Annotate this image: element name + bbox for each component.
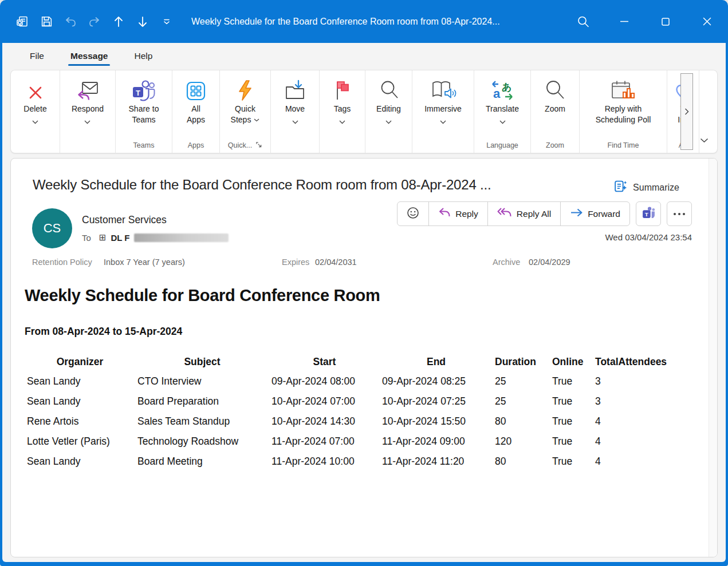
archive-label: Archive: [493, 258, 520, 267]
book-speaker-icon: [430, 78, 457, 104]
translate-button[interactable]: aあ Translate: [481, 76, 524, 129]
teams-icon: T: [132, 78, 156, 104]
table-row: Sean LandyBoard Meeting11-Apr-2024 10:00…: [25, 452, 690, 472]
minimize-button[interactable]: [611, 9, 638, 35]
move-down-button[interactable]: [131, 10, 155, 34]
move-button[interactable]: Move: [280, 76, 310, 129]
lightning-bolt-icon: [236, 78, 254, 104]
archive-value: 02/04/2029: [529, 258, 570, 267]
expires-value: 02/04/2031: [315, 258, 357, 267]
body-title: Weekly Schedule for Board Conference Roo…: [25, 286, 717, 305]
table-cell: Sean Landy: [25, 371, 135, 391]
table-cell: True: [550, 391, 593, 411]
table-cell: Sean Landy: [25, 391, 135, 411]
table-header-row: Organizer Subject Start End Duration Onl…: [25, 353, 690, 371]
reply-all-arrow-icon: [497, 207, 512, 220]
column-header-start: Start: [269, 353, 380, 371]
table-cell: Sales Team Standup: [135, 411, 269, 432]
message-actions: Reply Reply All Forward T: [397, 201, 692, 226]
save-button[interactable]: [34, 10, 58, 34]
ribbon-group-find-time: Reply with Scheduling Poll Find Time: [580, 70, 667, 153]
sender-avatar[interactable]: CS: [32, 208, 72, 248]
table-cell: True: [550, 371, 593, 391]
chevron-down-icon: [385, 116, 392, 126]
all-apps-button[interactable]: All Apps: [181, 76, 211, 128]
table-row: Sean LandyCTO Interview09-Apr-2024 08:00…: [25, 371, 690, 391]
group-label-find-time: Find Time: [580, 140, 667, 153]
ribbon-group-immersive: Immersive: [412, 70, 474, 153]
respond-button[interactable]: Respond: [67, 76, 108, 129]
retention-policy-value: Inbox 7 Year (7 years): [104, 258, 185, 267]
table-cell: 3: [593, 371, 690, 391]
svg-text:T: T: [644, 211, 648, 217]
ribbon-collapse-button[interactable]: [696, 134, 711, 146]
table-cell: 4: [593, 411, 690, 432]
chevron-down-icon: [440, 116, 446, 126]
table-cell: 4: [593, 432, 690, 452]
svg-text:T: T: [136, 89, 140, 97]
body-subtitle: From 08-Apr-2024 to 15-Apr-2024: [25, 326, 717, 338]
share-to-teams-header-button[interactable]: T: [636, 201, 661, 226]
search-button[interactable]: [570, 9, 596, 35]
smiley-icon: [407, 207, 419, 221]
forward-button[interactable]: Forward: [561, 202, 629, 225]
apps-grid-icon: [186, 78, 206, 104]
schedule-table: Organizer Subject Start End Duration Onl…: [25, 353, 690, 472]
ribbon-group-apps: All Apps Apps: [172, 70, 220, 153]
column-header-totalattendees: TotalAttendees: [593, 353, 690, 371]
tab-message[interactable]: Message: [61, 45, 117, 67]
group-label-zoom: Zoom: [531, 140, 579, 153]
reading-pane: Weekly Schedule for the Board Conference…: [10, 158, 718, 557]
summarize-sparkle-icon: [613, 179, 628, 196]
immersive-reader-button[interactable]: Immersive: [420, 76, 466, 129]
ribbon-group-zoom: Zoom Zoom: [531, 70, 580, 153]
dialog-launcher-icon[interactable]: [255, 141, 262, 150]
table-cell: 10-Apr-2024 07:00: [269, 391, 380, 411]
expires-label: Expires: [282, 258, 309, 267]
table-cell: 09-Apr-2024 08:25: [380, 371, 493, 391]
tags-button[interactable]: Tags: [329, 76, 356, 129]
magnifier-icon: [545, 78, 565, 104]
table-cell: 3: [593, 391, 690, 411]
editing-button[interactable]: Editing: [372, 76, 406, 129]
tab-help[interactable]: Help: [125, 45, 162, 67]
outlook-app-icon: [10, 10, 34, 34]
reply-button[interactable]: Reply: [429, 202, 488, 225]
more-actions-button[interactable]: [667, 201, 692, 226]
title-bar: Weekly Schedule for the Board Conference…: [0, 0, 728, 43]
reactions-button[interactable]: [398, 202, 429, 225]
table-cell: 25: [493, 371, 550, 391]
reply-with-scheduling-poll-button[interactable]: Reply with Scheduling Poll: [591, 76, 656, 128]
close-button[interactable]: [694, 9, 720, 35]
delete-button[interactable]: Delete: [19, 76, 51, 129]
tab-file[interactable]: File: [21, 45, 53, 67]
teams-icon: T: [642, 206, 656, 221]
table-cell: True: [550, 411, 593, 432]
svg-text:あ: あ: [502, 81, 511, 93]
share-to-teams-button[interactable]: T Share to Teams: [124, 76, 164, 128]
zoom-button[interactable]: Zoom: [540, 76, 570, 117]
summarize-button[interactable]: Summarize: [610, 177, 683, 198]
expand-recipients-icon[interactable]: ⊞: [99, 232, 107, 243]
recipient-name[interactable]: DL F: [111, 233, 129, 243]
chevron-down-icon: [292, 116, 298, 126]
redo-button[interactable]: [82, 10, 107, 34]
reply-arrow-icon: [438, 207, 451, 220]
table-cell: Sean Landy: [25, 452, 135, 472]
window-title: Weekly Schedule for the Board Conference…: [191, 17, 500, 27]
table-cell: 4: [593, 452, 690, 472]
retention-policy-label: Retention Policy: [32, 258, 92, 267]
maximize-button[interactable]: [652, 9, 679, 35]
client-area: File Message Help Delete Respond: [2, 43, 726, 562]
undo-button[interactable]: [58, 10, 82, 34]
sender-name[interactable]: Customer Services: [82, 214, 167, 226]
chevron-down-icon: [339, 116, 345, 126]
move-up-button[interactable]: [107, 10, 131, 34]
reply-all-button[interactable]: Reply All: [488, 202, 561, 225]
ribbon-scroll-right-button[interactable]: [680, 73, 693, 150]
table-cell: 120: [493, 432, 550, 452]
table-cell: CTO Interview: [135, 371, 269, 391]
customize-quick-access-toolbar-button[interactable]: [155, 10, 179, 34]
table-cell: 25: [493, 391, 550, 411]
quick-steps-button[interactable]: Quick Steps: [226, 76, 265, 128]
